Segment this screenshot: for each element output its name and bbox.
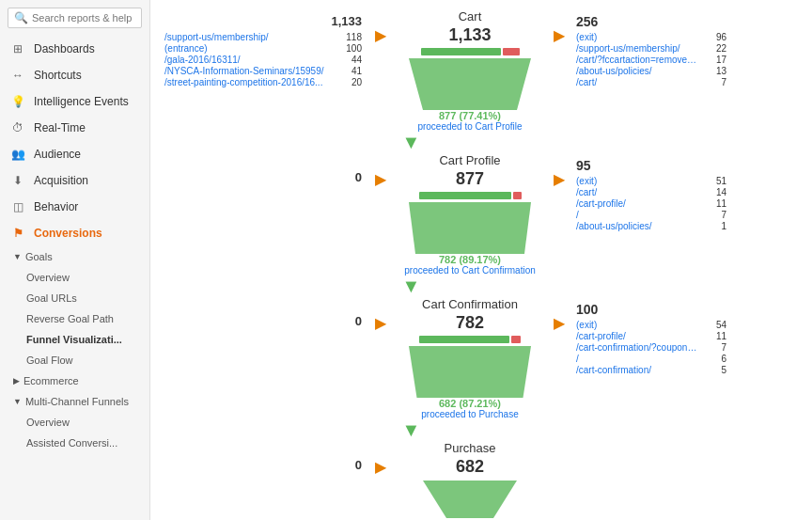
source-total: 1,133 — [164, 14, 362, 28]
exit-num: 96 — [708, 32, 726, 42]
enters-count-purchase: 0 — [164, 441, 371, 472]
funnel-proceeded-cart-profile[interactable]: proceeded to Cart Confirmation — [404, 265, 536, 276]
goals-section-header[interactable]: ▼ Goals — [0, 246, 149, 267]
exit-item: /cart/ 7 — [576, 77, 726, 87]
exit-col-cart-confirmation: 100 (exit) 54 /cart-profile/ 11 /cart-co… — [576, 297, 726, 376]
funnel-percent-cart-profile[interactable]: 782 (89.17%) — [439, 254, 501, 265]
exit-label[interactable]: /cart-profile/ — [576, 331, 626, 341]
goals-urls[interactable]: Goal URLs — [0, 288, 149, 308]
exit-arrow-cart-profile: ▶ — [554, 170, 565, 188]
exit-label[interactable]: (exit) — [576, 320, 597, 330]
exit-label[interactable]: / — [576, 210, 579, 220]
sidebar-item-audience[interactable]: 👥 Audience — [0, 141, 149, 167]
source-label[interactable]: /NYSCA-Information-Seminars/15959/ — [164, 66, 324, 76]
search-input[interactable] — [32, 12, 135, 24]
funnel-title-cart: Cart — [459, 9, 482, 25]
exit-item: /about-us/policies/ 13 — [576, 66, 726, 76]
sidebar-item-behavior[interactable]: ◫ Behavior — [0, 194, 149, 220]
search-icon: 🔍 — [14, 11, 28, 24]
source-label[interactable]: /support-us/membership/ — [164, 32, 269, 42]
exit-num: 22 — [708, 43, 726, 54]
exit-label[interactable]: (exit) — [576, 32, 597, 42]
funnel-shape-cart-profile — [409, 202, 531, 254]
exit-num: 7 — [708, 210, 726, 220]
exit-label[interactable]: /about-us/policies/ — [576, 66, 652, 76]
search-box[interactable]: 🔍 — [8, 8, 142, 28]
enter-arrow-purchase: ▶ — [375, 458, 386, 476]
funnel-proceeded-cart-confirmation[interactable]: proceeded to Purchase — [421, 409, 518, 419]
exit-arrow-cart-confirmation: ▶ — [554, 314, 565, 332]
sidebar-item-acquisition[interactable]: ⬇ Acquisition — [0, 167, 149, 194]
exit-label[interactable]: /cart/?fccartaction=remove&fccartrow... — [576, 55, 698, 65]
ecommerce-section-header[interactable]: ▶ Ecommerce — [0, 370, 149, 391]
multichannel-overview[interactable]: Overview — [0, 412, 149, 433]
funnel-count-cart-confirmation: 782 — [456, 313, 484, 333]
goals-funnel[interactable]: Funnel Visualizati... — [0, 329, 149, 350]
sidebar-item-label: Behavior — [34, 200, 78, 213]
multichannel-section-header[interactable]: ▼ Multi-Channel Funnels — [0, 391, 149, 412]
funnel-bar-cart-confirmation — [419, 336, 521, 343]
exit-num: 6 — [708, 354, 726, 364]
exit-label[interactable]: /cart-confirmation/?couponnotvalid=1 — [576, 342, 698, 353]
exit-label[interactable]: /cart/ — [576, 187, 597, 197]
exit-item: /cart/?fccartaction=remove&fccartrow... … — [576, 55, 726, 65]
funnel-block-cart-confirmation: Cart Confirmation782 682 (87.21%)proceed… — [390, 297, 550, 419]
source-label[interactable]: /gala-2016/16311/ — [164, 55, 241, 65]
exit-count-cart: 256 — [576, 14, 726, 29]
exit-label[interactable]: /cart-profile/ — [576, 198, 626, 209]
exit-num: 51 — [708, 176, 726, 186]
exit-num: 5 — [708, 365, 726, 375]
exit-item: /about-us/policies/ 1 — [576, 221, 726, 231]
exit-num: 1 — [708, 221, 726, 231]
exit-num: 14 — [708, 187, 726, 197]
behavior-icon: ◫ — [9, 200, 26, 213]
down-arrow-2: ▼ — [381, 419, 442, 441]
goals-reverse[interactable]: Reverse Goal Path — [0, 308, 149, 329]
exit-num: 17 — [708, 55, 726, 65]
source-label[interactable]: /street-painting-competition-2016/16... — [164, 77, 322, 87]
exit-item: / 7 — [576, 210, 726, 220]
funnel-percent-cart-confirmation[interactable]: 682 (87.21%) — [439, 398, 501, 409]
sidebar-item-dashboards[interactable]: ⊞ Dashboards — [0, 36, 149, 62]
exit-item: /cart-profile/ 11 — [576, 198, 726, 209]
bar-red-cart-profile — [513, 192, 522, 199]
exit-label[interactable]: / — [576, 354, 579, 364]
down-arrow-0: ▼ — [381, 132, 442, 153]
exit-label[interactable]: /about-us/policies/ — [576, 221, 652, 231]
exit-num: 7 — [708, 77, 726, 87]
goals-flow[interactable]: Goal Flow — [0, 350, 149, 370]
exit-num: 54 — [708, 320, 726, 330]
sidebar-item-realtime[interactable]: ⏱ Real-Time — [0, 115, 149, 141]
exit-num: 11 — [708, 331, 726, 341]
funnel-percent-cart[interactable]: 877 (77.41%) — [439, 110, 501, 121]
funnel-count-cart-profile: 877 — [456, 169, 484, 189]
source-list-cart: 1,133 /support-us/membership/ 118 (entra… — [164, 9, 371, 88]
exit-label[interactable]: (exit) — [576, 176, 597, 186]
multichannel-assisted[interactable]: Assisted Conversi... — [0, 433, 149, 453]
funnel-proceeded-cart[interactable]: proceeded to Cart Profile — [417, 121, 522, 132]
goals-overview[interactable]: Overview — [0, 267, 149, 288]
source-count: 20 — [351, 77, 362, 87]
goals-label: Goals — [25, 251, 53, 262]
sidebar-item-intelligence[interactable]: 💡 Intelligence Events — [0, 88, 149, 115]
source-count: 118 — [346, 32, 362, 42]
sidebar-item-conversions[interactable]: ⚑ Conversions — [0, 220, 149, 246]
funnel-block-purchase: Purchase682 60.19% funnel conversion rat… — [390, 441, 550, 520]
source-label[interactable]: (entrance) — [164, 43, 208, 54]
ecommerce-arrow-icon: ▶ — [13, 376, 20, 386]
source-item: /NYSCA-Information-Seminars/15959/ 41 — [164, 66, 362, 76]
source-count: 44 — [351, 55, 362, 65]
exit-item: (exit) 51 — [576, 176, 726, 186]
bar-green-cart — [421, 48, 501, 55]
enters-count-cart-profile: 0 — [164, 153, 371, 184]
exit-label[interactable]: /support-us/membership/ — [576, 43, 680, 54]
funnel-bar-cart-profile — [419, 192, 522, 199]
sidebar-item-shortcuts[interactable]: ↔ Shortcuts — [0, 62, 149, 88]
multichannel-arrow-icon: ▼ — [13, 397, 22, 406]
exit-num: 7 — [708, 342, 726, 353]
funnel-title-purchase: Purchase — [445, 441, 496, 457]
exit-label[interactable]: /cart-confirmation/ — [576, 365, 651, 375]
exit-label[interactable]: /cart/ — [576, 77, 597, 87]
sidebar-item-label: Dashboards — [34, 42, 95, 55]
exit-item: /cart-profile/ 11 — [576, 331, 726, 341]
